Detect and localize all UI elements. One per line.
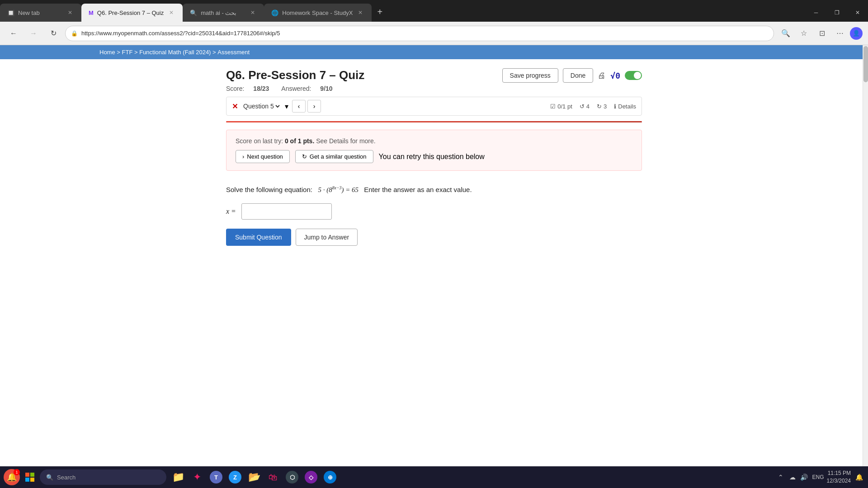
question-selector: ✕ Question 5 ▾ ‹ › [232,100,321,113]
header-actions: Save progress Done 🖨 √0 [502,68,642,83]
search-icon: 🔍 [46,474,53,481]
vt-logo: √0 [610,71,620,80]
favorites-icon[interactable]: ☆ [796,25,812,42]
save-progress-button[interactable]: Save progress [502,68,558,83]
taskbar-search[interactable]: 🔍 Search [40,469,166,485]
start-button[interactable] [22,469,38,485]
clock-time: 11:15 PM [827,469,851,477]
profile-avatar[interactable]: 👤 [850,27,863,40]
quiz-meta: Score: 18/23 Answered: 9/10 [226,85,364,92]
details-info[interactable]: ℹ Details [614,103,636,110]
points-value: 0/1 pt [557,103,572,110]
taskbar-app-dark[interactable]: ⬡ [284,469,300,485]
language-label[interactable]: ENG [812,474,824,480]
tab-studyx[interactable]: 🌐 Homework Space - StudyX ✕ [264,4,372,22]
quiz-header: Q6. Pre-Session 7 – Quiz Score: 18/23 An… [226,68,642,92]
taskbar-app-edge[interactable]: ⊕ [322,469,338,485]
score-notice: Score on last try: 0 of 1 pts. See Detai… [226,130,642,171]
question-content: Solve the following equation: 5 · (88x−3… [226,180,642,255]
more-tools-icon[interactable]: ⋯ [832,25,848,42]
question-dropdown[interactable]: Question 5 [241,102,281,110]
taskbar-app-purple[interactable]: ◇ [303,469,319,485]
next-question-button[interactable]: › [307,100,321,113]
refresh-button[interactable]: ↻ [45,25,61,42]
svg-rect-2 [25,478,29,482]
taskbar-search-label: Search [57,474,75,481]
tab-favicon-mathai: 🔍 [190,9,197,16]
breadcrumb-sep2: > [134,49,139,56]
taskbar-app-colorful[interactable]: ✦ [189,469,205,485]
retry-notice-text: You can retry this question below [379,153,485,161]
tab-label-newtab: New tab [18,9,40,16]
tab-close-newtab[interactable]: ✕ [66,9,74,17]
url-bar[interactable]: 🔒 https://www.myopenmath.com/assess2/?ci… [65,26,774,41]
taskbar-right: ⌃ ☁ 🔊 ENG 11:15 PM 12/3/2024 🔔 [775,469,864,485]
taskbar-clock[interactable]: 11:15 PM 12/3/2024 [827,469,851,485]
back-button[interactable]: ← [5,25,22,42]
question-nav: ✕ Question 5 ▾ ‹ › ☑ 0/1 pt [226,97,642,116]
question-status-icon: ✕ [232,102,238,111]
breadcrumb-ftf[interactable]: FTF [122,49,133,56]
tab-favicon-studyx: 🌐 [271,9,278,16]
taskbar-apps: 📁 ✦ T Z 📂 🛍 ⬡ [170,469,338,485]
submit-question-button[interactable]: Submit Question [226,229,291,246]
browser-content: Home > FTF > Functional Math (Fall 2024)… [0,45,868,466]
next-question-button[interactable]: › Next question [236,150,290,163]
notification-icon[interactable]: 🔔 1 [4,469,20,485]
details-label: Details [618,103,636,110]
address-bar: ← → ↻ 🔒 https://www.myopenmath.com/asses… [0,22,868,45]
done-button[interactable]: Done [563,68,593,83]
question-info: ☑ 0/1 pt ↺ 4 ↻ 3 ℹ Detai [550,103,636,110]
checkbox-icon: ☑ [550,103,556,110]
refresh-icon: ↻ [597,103,602,110]
network-icon[interactable]: ☁ [787,472,798,483]
tab-label-quiz: Q6. Pre-Session 7 – Quiz [97,9,164,16]
retry-icon: ↺ [580,103,585,110]
taskbar-app-teams[interactable]: T [208,469,224,485]
scrollbar[interactable] [863,45,868,466]
dropdown-arrow-icon: ▾ [285,102,288,111]
search-toolbar-icon[interactable]: 🔍 [778,25,794,42]
similar-question-button[interactable]: ↻ Get a similar question [295,150,373,163]
answer-input[interactable] [241,203,332,220]
up-arrow-icon[interactable]: ⌃ [775,472,786,483]
toolbar-icons: 🔍 ☆ ⊡ ⋯ 👤 [778,25,863,42]
window-controls: ─ ❐ ✕ [806,4,868,22]
tab-newtab[interactable]: 🔲 New tab ✕ [0,4,81,22]
tab-quiz[interactable]: M Q6. Pre-Session 7 – Quiz ✕ [81,4,183,22]
new-tab-button[interactable]: + [372,4,388,20]
jump-to-answer-button[interactable]: Jump to Answer [296,229,358,246]
volume-icon[interactable]: 🔊 [799,472,810,483]
print-icon[interactable]: 🖨 [598,71,606,80]
breadcrumb-assessment[interactable]: Assessment [217,49,250,56]
tab-mathai[interactable]: 🔍 math ai - بحث ✕ [183,4,264,22]
close-button[interactable]: ✕ [847,5,868,21]
tab-close-studyx[interactable]: ✕ [356,9,364,17]
prev-question-button[interactable]: ‹ [292,100,306,113]
next-icon: › [242,153,244,160]
breadcrumb-course[interactable]: Functional Math (Fall 2024) [139,49,211,56]
collections-icon[interactable]: ⊡ [814,25,830,42]
breadcrumb-sep1: > [117,49,122,56]
quiz-title: Q6. Pre-Session 7 – Quiz [226,68,364,82]
bell-icon[interactable]: 🔔 [854,472,864,483]
taskbar-app-explorer[interactable]: 📁 [170,469,186,485]
breadcrumb-home[interactable]: Home [99,49,115,56]
tab-close-quiz[interactable]: ✕ [167,9,175,17]
system-tray-icons: ⌃ ☁ 🔊 [775,472,810,483]
restore-button[interactable]: ❐ [826,5,847,21]
tab-close-mathai[interactable]: ✕ [249,9,257,17]
toggle-switch[interactable] [625,71,642,80]
forward-button[interactable]: → [25,25,42,42]
taskbar-app-folder[interactable]: 📂 [246,469,262,485]
taskbar-app-zoom[interactable]: Z [227,469,243,485]
score-notice-suffix: See Details for more. [316,137,376,145]
breadcrumb: Home > FTF > Functional Math (Fall 2024)… [0,45,868,59]
svg-rect-3 [30,478,34,482]
refresh-info: ↻ 3 [597,103,607,110]
scroll-thumb[interactable] [863,46,868,82]
minimize-button[interactable]: ─ [806,5,826,21]
clock-date: 12/3/2024 [827,477,851,485]
equation: 5 · (88x−3) = 65 [318,186,360,193]
taskbar-app-store[interactable]: 🛍 [265,469,281,485]
